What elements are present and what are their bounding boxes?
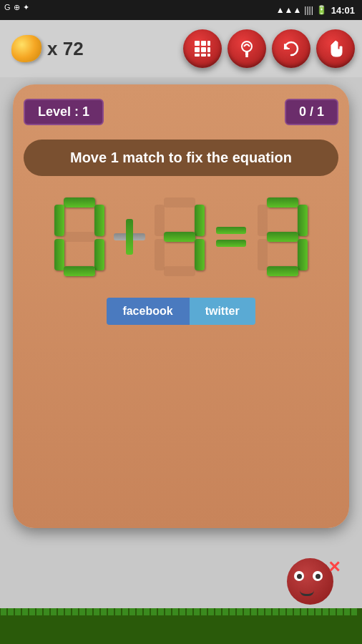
svg-rect-7	[201, 54, 206, 57]
seg-tr	[298, 205, 308, 236]
seg-mid	[164, 232, 195, 242]
seg-top	[267, 197, 298, 208]
facebook-button[interactable]: facebook	[107, 298, 188, 325]
monster-mouth	[300, 590, 314, 596]
social-buttons: facebook twitter	[24, 298, 338, 325]
hand-button[interactable]	[316, 29, 355, 68]
svg-rect-8	[207, 54, 210, 57]
monster-pupil-left	[297, 574, 302, 579]
seg-bot	[267, 266, 298, 276]
settings-icon: ✦	[23, 3, 29, 12]
equals-operator	[212, 197, 250, 276]
monster-eye-right	[313, 571, 323, 581]
plus-operator	[112, 197, 147, 276]
seg-tl	[155, 205, 165, 236]
monster-eyes	[294, 571, 323, 581]
wifi-icon: ▲▲▲	[276, 5, 302, 15]
monster-body	[287, 558, 333, 605]
g-icon: G	[4, 3, 11, 12]
level-badge: Level : 1	[24, 99, 104, 125]
equals-line-1	[216, 227, 246, 234]
seg-bl	[258, 239, 268, 270]
x-mark: ✕	[328, 558, 341, 577]
top-buttons	[183, 29, 355, 68]
monster-character: ✕	[283, 558, 341, 615]
digit-3-right[interactable]	[258, 197, 308, 276]
status-icons: ▲▲▲ |||| 🔋	[276, 5, 327, 15]
digit-0-mid[interactable]	[155, 197, 205, 276]
seg-bl	[155, 239, 165, 270]
status-bar: G ⊕ ✦ ▲▲▲ |||| 🔋 14:01	[0, 0, 362, 20]
digit-0-left[interactable]	[54, 197, 104, 276]
gamepad-icon: ⊕	[14, 3, 20, 12]
top-bar: x 72	[0, 20, 362, 77]
battery-icon: 🔋	[316, 5, 327, 15]
seg-tl	[258, 205, 268, 236]
seg-top	[164, 197, 195, 208]
monster-pupil-right	[315, 574, 321, 579]
seg-tr	[94, 205, 104, 236]
seg-br	[94, 239, 104, 270]
clock: 14:01	[331, 5, 355, 16]
seg-mid	[267, 232, 298, 242]
bottom-area: ✕	[0, 572, 362, 644]
svg-rect-11	[245, 56, 248, 57]
coin-icon	[11, 35, 41, 62]
grid-button[interactable]	[183, 29, 222, 68]
score-badge: 0 / 1	[285, 99, 338, 125]
coin-count: x 72	[47, 38, 84, 60]
seg-top	[64, 197, 95, 208]
coins-container: x 72	[11, 35, 84, 62]
game-container: Level : 1 0 / 1 Move 1 match to fix the …	[13, 84, 349, 528]
monster-eye-left	[294, 571, 304, 581]
svg-point-9	[242, 42, 252, 52]
instruction-box: Move 1 match to fix the equation	[24, 140, 338, 176]
svg-rect-1	[201, 41, 206, 46]
svg-rect-10	[245, 52, 248, 56]
svg-rect-2	[207, 41, 210, 46]
instruction-text: Move 1 match to fix the equation	[70, 150, 292, 165]
refresh-button[interactable]	[272, 29, 310, 68]
equation-area[interactable]	[24, 197, 338, 276]
svg-rect-6	[195, 54, 200, 57]
svg-rect-5	[207, 47, 210, 52]
seg-mid	[64, 232, 95, 242]
signal-bars: ||||	[304, 5, 313, 15]
notification-icons: G ⊕ ✦	[4, 3, 29, 12]
seg-bot	[64, 266, 95, 276]
seg-bl	[54, 239, 64, 270]
equals-line-2	[216, 240, 246, 247]
twitter-button[interactable]: twitter	[189, 298, 255, 325]
seg-br	[195, 239, 205, 270]
seg-bot	[164, 266, 195, 276]
hint-button[interactable]	[228, 29, 266, 68]
level-row: Level : 1 0 / 1	[24, 99, 338, 125]
seg-tl	[54, 205, 64, 236]
svg-rect-3	[195, 47, 200, 52]
svg-rect-4	[201, 47, 206, 52]
seg-br	[298, 239, 308, 270]
seg-tr	[195, 205, 205, 236]
plus-v-bar	[126, 219, 133, 255]
svg-rect-0	[195, 41, 200, 46]
